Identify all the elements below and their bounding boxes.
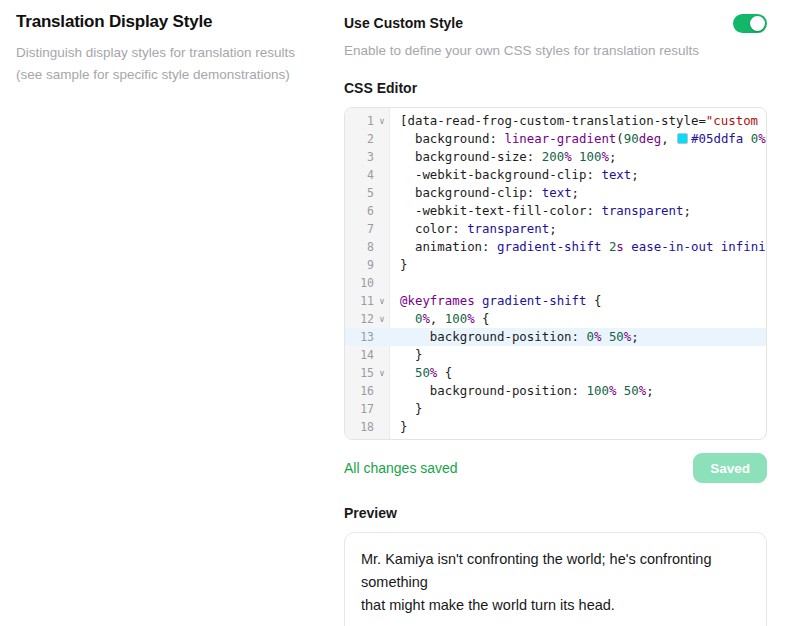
token-number: 100 (587, 383, 609, 398)
token-value: transparent (467, 221, 549, 236)
code-text: } (390, 256, 766, 274)
token-plain: } (400, 401, 422, 416)
line-number: 10 (348, 274, 374, 292)
token-plain (713, 239, 720, 254)
use-custom-style-row: Use Custom Style (344, 12, 767, 34)
token-unit: % (601, 149, 608, 164)
preview-source-text: Mr. Kamiya isn't confronting the world; … (361, 548, 750, 617)
token-value: gradient-shift (497, 239, 601, 254)
token-unit: % (564, 149, 571, 164)
token-plain (616, 383, 623, 398)
token-plain: animation: (400, 239, 497, 254)
token-plain: ; (683, 203, 690, 218)
code-line[interactable]: 10 (345, 274, 766, 292)
settings-page: Translation Display Style Distinguish di… (0, 0, 800, 626)
line-gutter: 11∨ (345, 292, 390, 310)
preview-card: Mr. Kamiya isn't confronting the world; … (344, 532, 767, 626)
code-line[interactable]: 11∨@keyframes gradient-shift { (345, 292, 766, 310)
token-plain: background: (400, 131, 504, 146)
token-plain (601, 239, 608, 254)
code-text (390, 274, 766, 292)
fold-chevron-icon[interactable]: ∨ (374, 310, 390, 328)
code-line[interactable]: 13 background-position: 0% 50%; (345, 328, 766, 346)
description-line: Distinguish display styles for translati… (16, 42, 324, 64)
token-unit: s (616, 239, 623, 254)
line-gutter: 13 (345, 328, 390, 346)
token-plain: background-position: (400, 383, 587, 398)
line-number: 3 (348, 148, 374, 166)
toggle-knob-icon (750, 16, 765, 31)
line-gutter: 1∨ (345, 112, 390, 130)
line-number: 17 (348, 400, 374, 418)
line-number: 15 (348, 364, 374, 382)
token-plain (400, 311, 415, 326)
fold-chevron-icon[interactable]: ∨ (374, 292, 390, 310)
code-line[interactable]: 4 -webkit-background-clip: text; (345, 166, 766, 184)
fold-chevron-icon[interactable]: ∨ (374, 364, 390, 382)
code-line[interactable]: 2 background: linear-gradient(90deg, #05… (345, 130, 766, 148)
token-keyword: linear-gradient (504, 131, 616, 146)
section-content: Use Custom Style Enable to define your o… (344, 12, 767, 626)
editor-code-area[interactable]: 1∨[data-read-frog-custom-translation-sty… (345, 108, 766, 436)
line-gutter: 18 (345, 418, 390, 436)
code-text: -webkit-text-fill-color: transparent; (390, 202, 766, 220)
token-value: #05ddfa (691, 131, 743, 146)
token-unit: % (422, 311, 429, 326)
fold-chevron-icon[interactable]: ∨ (374, 112, 390, 130)
code-text: -webkit-background-clip: text; (390, 166, 766, 184)
token-value: gradient-shift (482, 293, 586, 308)
token-string: "custom (706, 113, 758, 128)
code-line[interactable]: 15∨ 50% { (345, 364, 766, 382)
line-gutter: 16 (345, 382, 390, 400)
token-number: 50 (624, 383, 639, 398)
token-unit: % (758, 131, 765, 146)
line-gutter: 7 (345, 220, 390, 238)
code-line[interactable]: 6 -webkit-text-fill-color: transparent; (345, 202, 766, 220)
css-editor[interactable]: 1∨[data-read-frog-custom-translation-sty… (344, 107, 767, 440)
code-line[interactable]: 16 background-position: 100% 50%; (345, 382, 766, 400)
code-line[interactable]: 18} (345, 418, 766, 436)
token-plain: ; (609, 149, 616, 164)
custom-style-toggle[interactable] (733, 14, 767, 33)
token-plain (601, 329, 608, 344)
section-description: Distinguish display styles for translati… (16, 42, 324, 86)
code-line[interactable]: 5 background-clip: text; (345, 184, 766, 202)
use-custom-style-description: Enable to define your own CSS styles for… (344, 43, 767, 58)
code-line[interactable]: 8 animation: gradient-shift 2s ease-in-o… (345, 238, 766, 256)
line-number: 18 (348, 418, 374, 436)
code-line[interactable]: 3 background-size: 200% 100%; (345, 148, 766, 166)
code-line[interactable]: 12∨ 0%, 100% { (345, 310, 766, 328)
token-plain (743, 131, 750, 146)
token-plain: [data-read-frog-custom-translation-style… (400, 113, 706, 128)
token-plain: background-position: (400, 329, 587, 344)
line-number: 2 (348, 130, 374, 148)
code-text: 0%, 100% { (390, 310, 766, 328)
code-text: background-size: 200% 100%; (390, 148, 766, 166)
token-value: transparent (601, 203, 683, 218)
code-line[interactable]: 1∨[data-read-frog-custom-translation-sty… (345, 112, 766, 130)
code-line[interactable]: 7 color: transparent; (345, 220, 766, 238)
token-number: 100 (579, 149, 601, 164)
code-text: [data-read-frog-custom-translation-style… (390, 112, 766, 130)
description-line: (see sample for specific style demonstra… (16, 64, 324, 86)
token-plain: ( (616, 131, 623, 146)
code-line[interactable]: 14 } (345, 346, 766, 364)
line-number: 6 (348, 202, 374, 220)
token-number: 100 (445, 311, 467, 326)
line-number: 9 (348, 256, 374, 274)
line-number: 4 (348, 166, 374, 184)
section-header: Translation Display Style Distinguish di… (16, 12, 344, 626)
token-value: text (601, 167, 631, 182)
code-text: @keyframes gradient-shift { (390, 292, 766, 310)
save-status-row: All changes saved Saved (344, 453, 767, 483)
color-swatch-icon[interactable] (677, 133, 688, 144)
token-plain (572, 149, 579, 164)
line-number: 7 (348, 220, 374, 238)
line-number: 13 (348, 328, 374, 346)
code-line[interactable]: 17 } (345, 400, 766, 418)
code-line[interactable]: 9} (345, 256, 766, 274)
token-plain: -webkit-text-fill-color: (400, 203, 601, 218)
line-gutter: 15∨ (345, 364, 390, 382)
token-value: text (542, 185, 572, 200)
saved-button[interactable]: Saved (693, 453, 767, 483)
